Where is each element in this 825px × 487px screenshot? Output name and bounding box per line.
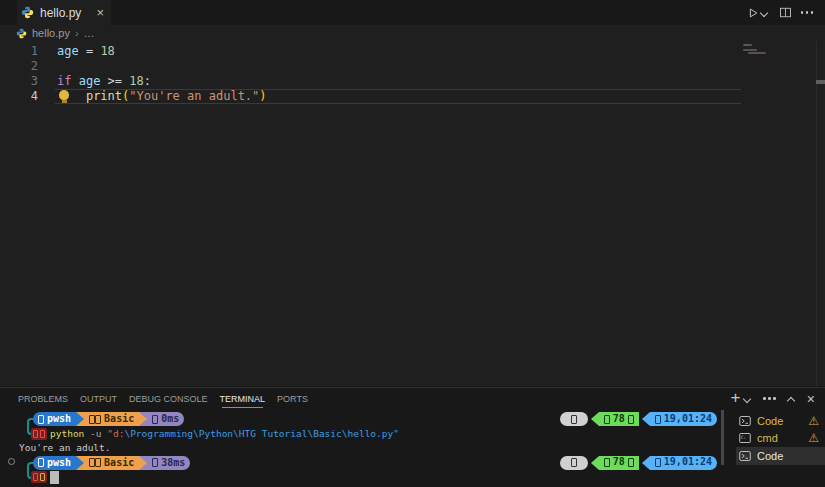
powerline-arrow (76, 412, 84, 426)
prompt-segment-text: pwsh (47, 456, 71, 471)
terminal-icon (739, 415, 751, 427)
code-token: "You're an adult." (129, 89, 259, 103)
terminal-text: "d: (107, 427, 124, 442)
terminal-prompt-line: pwshBasic38ms7819,01:24 (27, 456, 726, 471)
run-button[interactable] (747, 7, 759, 19)
prompt-symbol-badge (31, 428, 47, 440)
code-text: age = 18 (38, 44, 115, 59)
terminal-list-item-cmd[interactable]: C:cmd⚠ (736, 430, 825, 448)
powerline-arrow (642, 456, 650, 470)
code-token: if (57, 74, 71, 88)
code-token: >= (100, 74, 129, 88)
prompt-segment-text: 0ms (161, 412, 179, 427)
prompt-glyph (40, 473, 45, 481)
terminal-dropdown-icon[interactable] (744, 395, 751, 402)
shell-icon (571, 415, 577, 424)
panel-tab-problems[interactable]: PROBLEMS (12, 388, 74, 409)
battery-icon (604, 415, 610, 424)
lightbulb-icon[interactable] (59, 90, 69, 100)
prompt-segment: Basic (84, 456, 139, 470)
shell-icon (571, 458, 577, 467)
prompt-segment: pwsh (33, 456, 76, 470)
prompt-segment-text: Basic (104, 456, 134, 471)
prompt-segment-text: 78 (613, 412, 625, 427)
terminal-sidebar: Code⚠C:cmd⚠Code (726, 409, 825, 487)
prompt-right-segments: 7819,01:24 (560, 412, 717, 426)
prompt-glyph (40, 430, 45, 438)
terminal-list-label: cmd (757, 432, 778, 444)
terminal-list-label: Code (757, 450, 783, 462)
terminal-cursor (50, 471, 59, 484)
editor[interactable]: 1age = 1823if age >= 18:4 print("You're … (0, 41, 825, 386)
terminal-command-line (27, 470, 726, 485)
panel-tab-terminal[interactable]: TERMINAL (214, 388, 272, 409)
tab-close-icon[interactable]: × (96, 6, 104, 19)
powerline-arrow (591, 412, 599, 426)
panel-more-icon[interactable] (763, 397, 776, 400)
percent-icon (628, 458, 634, 467)
prompt-segment-text: 19,01:24 (664, 455, 712, 470)
code-token: 18 (100, 44, 114, 58)
powerline-arrow (642, 412, 650, 426)
bottom-panel: PROBLEMSOUTPUTDEBUG CONSOLETERMINALPORTS… (0, 387, 825, 487)
split-editor-icon[interactable] (779, 6, 792, 19)
clock-icon (655, 458, 661, 467)
maximize-panel-icon[interactable] (788, 395, 795, 402)
terminal-text: python (50, 427, 84, 442)
line-number: 3 (0, 74, 38, 89)
code-token: = (79, 44, 101, 58)
tab-title: hello.py (40, 6, 81, 20)
prompt-segment-text: Basic (104, 412, 134, 427)
battery-icon (604, 458, 610, 467)
shell-icon (38, 415, 44, 424)
terminal-list-item-code[interactable]: Code⚠ (736, 412, 825, 430)
terminal-list-item-code[interactable]: Code (736, 447, 825, 465)
powerline-separator (76, 412, 84, 426)
code-text: print("You're an adult.") (38, 89, 267, 104)
warning-icon: ⚠ (808, 431, 819, 445)
prompt-segment: Basic (84, 412, 139, 426)
terminal-text: -u (90, 427, 101, 442)
prompt-right-segments: 7819,01:24 (560, 456, 717, 470)
panel-actions: + × (730, 388, 815, 409)
panel-tab-ports[interactable]: PORTS (271, 388, 314, 409)
prompt-segment: 19,01:24 (650, 412, 717, 426)
code-token: age (79, 74, 101, 88)
prompt-segment-text: 38ms (161, 456, 185, 471)
shell-icon (38, 458, 44, 467)
minimap-border (816, 41, 817, 386)
terminal-prompt-block: pwshBasic0ms7819,01:24python -u "d:\Prog… (27, 412, 726, 441)
more-actions-icon[interactable] (801, 11, 814, 14)
run-dropdown-icon[interactable] (761, 9, 768, 16)
editor-tab-bar: hello.py × (0, 0, 825, 25)
new-terminal-icon[interactable]: + (730, 389, 740, 406)
vscode-window: hello.py × hello.py › … 1age = 1823if ag… (0, 0, 825, 487)
terminal-text: \Programming\Python\HTG Tutorial\Basic\h… (124, 427, 399, 442)
prompt-left-segments: pwshBasic38ms (33, 456, 190, 470)
code-token: ) (259, 89, 266, 103)
cmd-icon: C: (739, 432, 751, 444)
command-decoration-icon[interactable] (8, 458, 15, 465)
close-panel-icon[interactable]: × (807, 392, 815, 406)
code-line: 2 (0, 59, 825, 74)
prompt-segment-text: 78 (613, 455, 625, 470)
code-token: 18 (129, 74, 143, 88)
breadcrumb-more[interactable]: … (84, 27, 95, 39)
powerline-arrow (139, 456, 147, 470)
breadcrumb-separator: › (75, 27, 79, 39)
prompt-symbol-badge (31, 471, 47, 483)
tab-hello-py[interactable]: hello.py × (17, 0, 111, 25)
prompt-segment (560, 456, 588, 470)
prompt-segment (560, 412, 588, 426)
minimap[interactable] (740, 42, 816, 386)
folder-icon (95, 415, 101, 424)
panel-tab-debug-console[interactable]: DEBUG CONSOLE (123, 388, 214, 409)
breadcrumb-file[interactable]: hello.py (32, 27, 70, 39)
panel-tabs: PROBLEMSOUTPUTDEBUG CONSOLETERMINALPORTS (12, 388, 314, 409)
panel-tab-output[interactable]: OUTPUT (74, 388, 123, 409)
python-icon (21, 6, 34, 19)
percent-icon (628, 415, 634, 424)
terminal-content[interactable]: pwshBasic0ms7819,01:24python -u "d:\Prog… (0, 409, 726, 487)
powerline-arrow (76, 456, 84, 470)
prompt-glyph (33, 430, 38, 438)
